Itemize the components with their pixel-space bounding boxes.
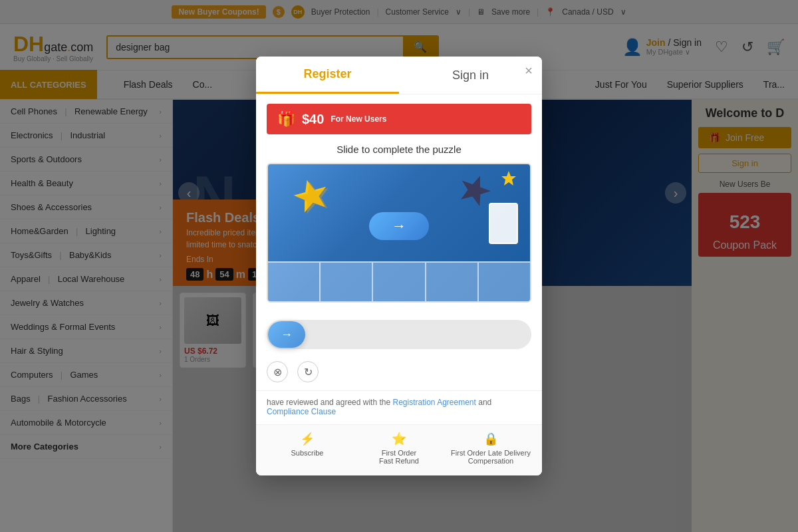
pill-arrow: → (369, 212, 429, 240)
refresh-button[interactable]: ⊗ (267, 361, 288, 382)
puzzle-col-4 (426, 261, 479, 301)
late-delivery-label: First Order Late DeliveryCompersation (451, 449, 531, 465)
puzzle-col-2 (321, 261, 373, 301)
subscribe-label: Subscribe (291, 449, 324, 457)
perk-fast-refund: ⭐ First OrderFast Refund (358, 432, 440, 465)
lock-perk-icon: 🔒 (483, 432, 498, 446)
compliance-clause-link[interactable]: Compliance Clause (267, 407, 336, 416)
svg-marker-1 (293, 178, 331, 215)
puzzle-title: Slide to complete the puzzle (267, 144, 531, 155)
signin-tab[interactable]: Sign in (399, 57, 542, 94)
agreement-and: and (478, 398, 491, 407)
modal-close-button[interactable]: × (525, 63, 533, 78)
reload-button[interactable]: ↻ (297, 361, 319, 382)
star-perk-icon: ⭐ (392, 432, 406, 446)
slider-arrow-icon: → (281, 328, 293, 342)
slider-thumb[interactable]: → (268, 321, 305, 348)
agreement-text: have reviewed and agreed with the Regist… (256, 390, 542, 424)
perk-subscribe: ⚡ Subscribe (267, 432, 348, 465)
star-gold-icon (291, 176, 331, 219)
svg-marker-2 (457, 172, 493, 208)
puzzle-controls: ⊗ ↻ (256, 357, 542, 390)
registration-agreement-link[interactable]: Registration Agreement (392, 398, 475, 407)
puzzle-col-5 (479, 261, 530, 301)
star-dark-icon (457, 172, 493, 211)
puzzle-section: Slide to complete the puzzle (256, 134, 542, 312)
gift-icon: 🎁 (277, 110, 295, 128)
modal-perks: ⚡ Subscribe ⭐ First OrderFast Refund 🔒 F… (256, 424, 542, 475)
coupon-amount: $40 (302, 112, 324, 127)
puzzle-col-1 (268, 261, 321, 301)
register-modal: × Register Sign in 🎁 $40 For New Users S… (256, 57, 542, 475)
subscribe-icon: ⚡ (300, 432, 315, 446)
star-gold-small-icon (499, 170, 518, 191)
puzzle-notch (489, 203, 518, 244)
coupon-desc: For New Users (331, 114, 386, 124)
fast-refund-label: First OrderFast Refund (379, 449, 419, 465)
agreement-prefix: have reviewed and agreed with the (267, 398, 392, 407)
svg-marker-3 (501, 171, 516, 186)
puzzle-grid (268, 261, 530, 301)
perk-late-delivery: 🔒 First Order Late DeliveryCompersation (450, 432, 531, 465)
puzzle-col-3 (373, 261, 426, 301)
puzzle-container: → (267, 163, 531, 303)
arrow-icon: → (392, 217, 406, 235)
register-tab[interactable]: Register (256, 57, 399, 94)
modal-tabs: Register Sign in (256, 57, 542, 94)
modal-coupon-banner: 🎁 $40 For New Users (267, 104, 531, 134)
slider-track[interactable]: → (267, 320, 531, 349)
slider-section: → (256, 312, 542, 357)
